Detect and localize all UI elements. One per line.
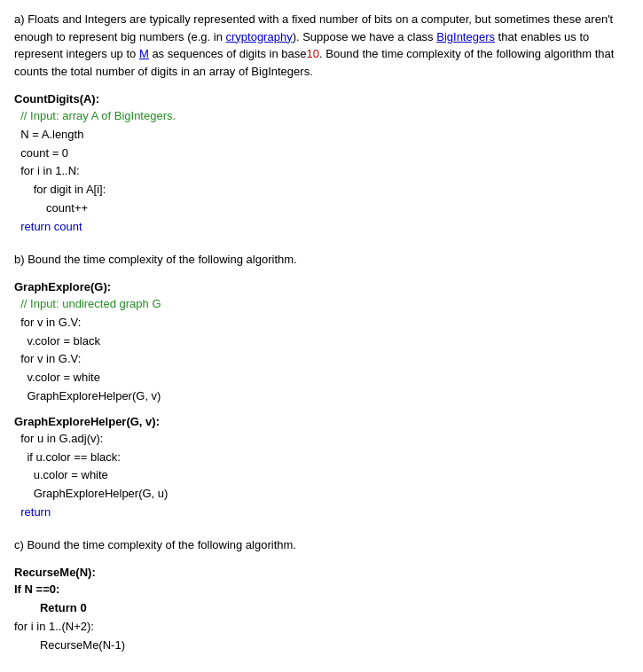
ge-color-white: v.color = white (14, 369, 629, 387)
code-line-return: return count (14, 218, 629, 237)
section-a: a) Floats and Integers are typically rep… (14, 11, 629, 237)
count-digits-algo: CountDigits(A): // Input: array A of Big… (14, 92, 629, 237)
intro-b-text: b) Bound the time complexity of the foll… (14, 251, 629, 269)
ge-for1: for v in G.V: (14, 314, 629, 332)
section-d: d) A graph cut is a partition of the ver… (14, 669, 629, 672)
geh-code: for u in G.adj(v): if u.color == black: … (14, 430, 629, 522)
graph-explore-title: GraphExplore(G): (14, 280, 629, 293)
intro-c-text: c) Bound the time complexity of the foll… (14, 536, 629, 554)
base10-highlight: 10 (307, 47, 319, 60)
geh-color: u.color = white (14, 466, 629, 485)
rm-for: for i in 1..(N+2): (14, 618, 629, 637)
intro-a-text: a) Floats and Integers are typically rep… (14, 11, 629, 80)
code-line-for2: for digit in A[i]: (14, 181, 629, 199)
geh-recurse: GraphExploreHelper(G, u) (14, 485, 629, 504)
count-digits-code: // Input: array A of BigIntegers. N = A.… (14, 107, 629, 237)
count-digits-title: CountDigits(A): (14, 92, 629, 105)
geh-if: if u.color == black: (14, 449, 629, 467)
ge-color-black: v.color = black (14, 332, 629, 351)
ge-helper-call: GraphExploreHelper(G, v) (14, 387, 629, 406)
ge-for2: for v in G.V: (14, 350, 629, 369)
rm-return0: Return 0 (14, 599, 629, 618)
m-highlight: M (139, 47, 149, 60)
recurse-me-title: RecurseMe(N): (14, 566, 629, 579)
code-line-count: count = 0 (14, 145, 629, 163)
ge-comment: // Input: undirected graph G (14, 295, 629, 314)
recurse-me-code: If N ==0: Return 0 for i in 1..(N+2): Re… (14, 581, 629, 654)
intro-d-text: d) A graph cut is a partition of the ver… (14, 669, 629, 672)
section-b: b) Bound the time complexity of the foll… (14, 251, 629, 522)
code-line-n: N = A.length (14, 126, 629, 145)
bigint-highlight: BigIntegers (436, 30, 495, 43)
geh-return: return (14, 504, 629, 522)
crypto-highlight: cryptography (225, 30, 292, 43)
rm-if: If N ==0: (14, 581, 629, 599)
section-c: c) Bound the time complexity of the foll… (14, 536, 629, 655)
geh-for: for u in G.adj(v): (14, 430, 629, 449)
code-line-for1: for i in 1..N: (14, 162, 629, 181)
code-line-comment: // Input: array A of BigIntegers. (14, 107, 629, 126)
geh-title: GraphExploreHelper(G, v): (14, 415, 629, 428)
graph-explore-code: // Input: undirected graph G for v in G.… (14, 295, 629, 406)
code-line-countpp: count++ (14, 199, 629, 218)
rm-recurse: RecurseMe(N-1) (14, 637, 629, 655)
graph-explore-helper-block: GraphExploreHelper(G, v): for u in G.adj… (14, 415, 629, 522)
